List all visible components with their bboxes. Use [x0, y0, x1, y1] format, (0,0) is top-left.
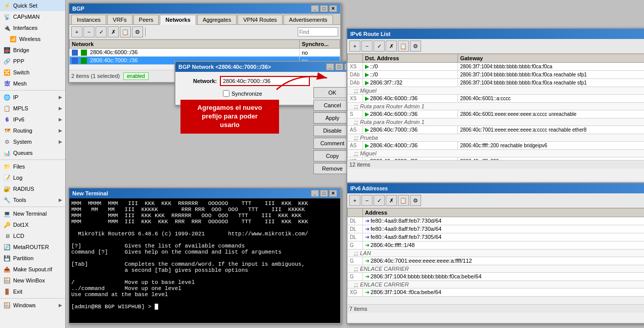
ipv6-disable-btn[interactable]: ✗ — [386, 40, 397, 52]
flags-cell: AS — [348, 142, 363, 150]
cancel-button[interactable]: Cancel — [313, 100, 351, 111]
apply-button[interactable]: Apply — [313, 112, 351, 124]
bgp-maximize-btn[interactable]: □ — [320, 5, 328, 12]
sidebar-item-bridge[interactable]: 🌉 Bridge — [0, 45, 65, 56]
table-row[interactable]: DL ➜fe80::4aa9:8aff:feb7:730a/64 — [348, 225, 645, 233]
terminal-titlebar[interactable]: New Terminal _ □ ✕ — [69, 188, 340, 198]
terminal-body[interactable]: MMM MMMM MMM III KKK KKK RRRRRR OOOOOO T… — [69, 198, 340, 323]
terminal-maximize-btn[interactable]: □ — [320, 190, 328, 197]
table-row[interactable]: AS ▶2806:40c:4000::/36 2806:40c:ffff::20… — [348, 142, 645, 150]
disable-network-btn[interactable]: ✗ — [108, 26, 119, 37]
table-row[interactable]: ;;; ENLACE CARRIER — [348, 281, 645, 289]
table-row[interactable]: ;;; Miguel — [348, 87, 645, 95]
table-row[interactable]: DL ➜fe80::4aa9:8aff:feb7:730d/64 — [348, 217, 645, 225]
sidebar-item-partition[interactable]: 💾 Partition — [0, 253, 65, 264]
table-row[interactable]: ;;; Ruta para Router Admin 1 — [348, 118, 645, 126]
bgp-titlebar[interactable]: BGP _ □ ✕ — [69, 4, 340, 14]
sidebar-item-ip[interactable]: 🌐 IP ▶ — [0, 92, 65, 103]
table-row[interactable]: G ➜2806:40c:ffff::1/48 — [348, 241, 645, 250]
sidebar-item-radius[interactable]: 🔐 RADIUS — [0, 183, 65, 194]
dialog-maximize-btn[interactable]: □ — [335, 63, 343, 70]
ipv6-add-btn[interactable]: + — [349, 40, 360, 52]
addr-settings-btn[interactable]: ⚙ — [410, 195, 421, 206]
sidebar-item-ipv6[interactable]: 6 IPv6 ▶ — [0, 114, 65, 125]
copy-network-btn[interactable]: 📋 — [120, 26, 131, 37]
addr-disable-btn[interactable]: ✗ — [386, 195, 397, 206]
tab-peers[interactable]: Peers — [133, 15, 159, 24]
sidebar-item-ppp[interactable]: 🔗 PPP — [0, 56, 65, 67]
sidebar-item-metarouter[interactable]: 🔄 MetaROUTER — [0, 241, 65, 253]
tab-advertisements[interactable]: Advertisements — [284, 15, 333, 24]
sidebar-item-capsman[interactable]: 📡 CAPsMAN — [0, 11, 65, 22]
remove-button[interactable]: Remove — [313, 163, 351, 174]
sidebar-item-windows[interactable]: 🪟 Windows ▶ — [0, 300, 65, 311]
table-row[interactable]: AS ▶2806:40c:7000::/36 2806:40c:7001:eee… — [348, 126, 645, 134]
addr-titlebar[interactable]: IPv6 Addresses _ □ ✕ — [347, 183, 644, 193]
settings-network-btn[interactable]: ⚙ — [132, 26, 143, 37]
addr-add-btn[interactable]: + — [349, 195, 360, 206]
sidebar-item-routing[interactable]: 🗺 Routing ▶ — [0, 125, 65, 136]
table-row[interactable]: 2806:40c:6000::/36 no — [70, 49, 340, 57]
addr-enable-btn[interactable]: ✓ — [374, 195, 385, 206]
tab-aggregates[interactable]: Aggregates — [197, 15, 237, 24]
sidebar-item-label: RADIUS — [13, 186, 34, 192]
tab-instances[interactable]: Instances — [71, 15, 106, 24]
sidebar-item-interfaces[interactable]: 🔌 Interfaces — [0, 22, 65, 33]
ipv6-titlebar[interactable]: IPv6 Route List _ □ ✕ — [347, 29, 644, 39]
table-row[interactable]: ;;; Ruta para Router Admin 1 — [348, 103, 645, 110]
terminal-prompt[interactable]: [admin@RB BGP WISPHUB] > — [71, 304, 155, 310]
tab-vrfs[interactable]: VRFs — [107, 15, 132, 24]
sidebar-item-lcd[interactable]: 🖥 LCD — [0, 230, 65, 241]
table-row[interactable]: DAb ▶2806:3f7::/32 2806:3f7:1004:bbbb:bb… — [348, 79, 645, 87]
synchronize-checkbox[interactable] — [223, 90, 229, 97]
table-row[interactable]: S ▶2806:40c:6000::/36 2806:40c:6001:eeee… — [348, 110, 645, 118]
add-network-btn[interactable]: + — [71, 26, 82, 37]
sidebar-item-queues[interactable]: 📊 Queues — [0, 147, 65, 158]
disable-button[interactable]: Disable — [313, 125, 351, 136]
remove-network-btn[interactable]: − — [83, 26, 95, 37]
table-row[interactable]: ;;; Prueba — [348, 134, 645, 142]
sidebar-item-make-supout[interactable]: 📤 Make Supout.rif — [0, 264, 65, 275]
exit-icon: 🚪 — [3, 288, 11, 296]
sidebar-item-wireless[interactable]: 📶 Wireless — [0, 33, 65, 45]
sidebar-item-dot1x[interactable]: 🔑 Dot1X — [0, 219, 65, 230]
tab-vpn4-routes[interactable]: VPN4 Routes — [238, 15, 283, 24]
table-row[interactable]: ;;; LAN — [348, 250, 645, 257]
bgp-close-btn[interactable]: ✕ — [329, 5, 337, 12]
sidebar-item-new-winbox[interactable]: 🪟 New WinBox — [0, 275, 65, 286]
sidebar-item-exit[interactable]: 🚪 Exit — [0, 286, 65, 297]
copy-button[interactable]: Copy — [313, 150, 351, 161]
sidebar-item-files[interactable]: 📁 Files — [0, 161, 65, 172]
bgp-find-box — [298, 27, 338, 36]
table-row[interactable]: XS ▶2806:40c:6000::/36 2806:40c:6001::a:… — [348, 95, 645, 103]
enable-network-btn[interactable]: ✓ — [96, 26, 107, 37]
bgp-find-input[interactable] — [298, 27, 338, 36]
sidebar-item-system[interactable]: ⚙ System ▶ — [0, 136, 65, 147]
ipv6-copy-btn[interactable]: 📋 — [398, 40, 409, 52]
sidebar-item-tools[interactable]: 🔧 Tools ▶ — [0, 194, 65, 206]
comment-button[interactable]: Comment — [313, 138, 351, 149]
addr-copy-btn[interactable]: 📋 — [398, 195, 409, 206]
tab-networks[interactable]: Networks — [160, 15, 196, 25]
terminal-close-btn[interactable]: ✕ — [329, 190, 337, 197]
table-row[interactable]: G ➜2806:3f7:1004:bbbb:bbbb:bbbb:f0ca:beb… — [348, 273, 645, 281]
terminal-minimize-btn[interactable]: _ — [311, 190, 319, 197]
ipv6-remove-btn[interactable]: − — [361, 40, 373, 52]
sidebar-item-switch[interactable]: 🔀 Switch — [0, 67, 65, 78]
ipv6-settings-btn[interactable]: ⚙ — [410, 40, 421, 52]
sidebar-item-log[interactable]: 📝 Log — [0, 172, 65, 183]
table-row[interactable]: ;;; Miguel — [348, 150, 645, 157]
ipv6-enable-btn[interactable]: ✓ — [374, 40, 385, 52]
table-row[interactable]: XG ➜2806:3f7:1004::f0ca:bebe/64 — [348, 289, 645, 297]
bgp-minimize-btn[interactable]: _ — [311, 5, 319, 12]
table-row[interactable]: G ➜2806:40c:7001:eeee:eeee:eeee:a:ffff/1… — [348, 257, 645, 265]
sidebar-item-new-terminal[interactable]: 💻 New Terminal — [0, 208, 65, 219]
addr-remove-btn[interactable]: − — [361, 195, 373, 206]
sidebar-item-mpls[interactable]: 📋 MPLS ▶ — [0, 103, 65, 114]
sidebar-item-quick-set[interactable]: ⚡ Quick Set — [0, 0, 65, 11]
table-row[interactable]: XS ▶::/0 2806:3f7:1004:bbbb:bbbb:bbbb:f0… — [348, 63, 645, 71]
table-row[interactable]: DAb ▶::/0 2806:3f7:1004:bbbb:bbbb:bbbb:f… — [348, 71, 645, 79]
table-row[interactable]: ;;; ENLACE CARRIER — [348, 265, 645, 273]
table-row[interactable]: DL ➜fe80::4aa9:8aff:feb7:7305/64 — [348, 233, 645, 241]
sidebar-item-mesh[interactable]: 🕸 Mesh — [0, 78, 65, 89]
